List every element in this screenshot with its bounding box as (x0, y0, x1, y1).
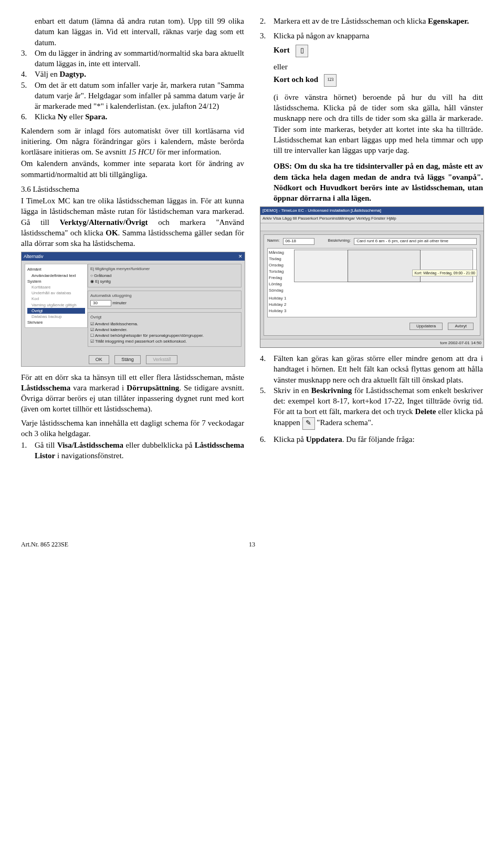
num-4: 4. (21, 69, 35, 79)
para-kalender-2: Om kalendern används, kommer inte separa… (21, 158, 244, 180)
ss2-beskr-input[interactable]: Card runt 6 am - 6 pm, card and pin all … (354, 238, 477, 245)
ss2-namn-label: Namn: (267, 238, 280, 245)
item-r4: Fälten kan göras kan göras större eller … (274, 353, 483, 385)
heading-3-6: 3.6 Låstidsschema (21, 184, 244, 194)
ss1-minutes-input[interactable]: 30 (90, 300, 111, 307)
kortkod-line: Kort och kod 123 (274, 74, 483, 87)
item-b1: Gå till Visa/Låstidsschema eller dubbelk… (35, 440, 244, 461)
ss1-verkstall-button[interactable]: Verkställ (146, 355, 177, 364)
ss1-close-icon[interactable]: ✕ (238, 253, 243, 260)
para-item3-cont: enbart ett datum (lämna då andra rutan t… (35, 16, 244, 48)
kortkod-icon[interactable]: 123 (324, 74, 337, 87)
num-3: 3. (21, 48, 35, 69)
item-r2: Markera ett av de tre Låstidsscheman och… (274, 16, 483, 26)
ss1-chk-passerkort[interactable]: ☑ Tillåt inloggning med passerkort och s… (90, 339, 239, 345)
para-r7: (i övre vänstra hörnet) beroende på hur … (274, 92, 483, 156)
para-obs: OBS: Om du ska ha tre tidsintervaller på… (274, 161, 483, 203)
page-number: 13 (249, 540, 255, 549)
ss1-title: Alternativ✕ (22, 252, 245, 261)
ss1-group-autologout: Automatisk utloggning 30 minuter (88, 291, 242, 309)
num-b1: 1. (21, 440, 35, 461)
ss1-group-ovrigt: Övrigt ☑ Använd låstidsschema. ☑ Använd … (88, 312, 242, 347)
ss1-group-menus: Ej tillgängliga menyer/funktioner ○ Gråt… (88, 264, 242, 287)
num-5: 5. (21, 80, 35, 112)
ss1-radio-ejsynlig[interactable]: ◉ Ej synlig (90, 279, 239, 285)
item-r6: Klicka på Uppdatera. Du får följande frå… (274, 434, 483, 445)
item-r3: Klicka på någon av knapparna (274, 30, 483, 41)
ss1-chk-kalender[interactable]: ☑ Använd kalender. (90, 327, 239, 333)
ss1-radio-gratonad[interactable]: ○ Gråtonad (90, 273, 239, 279)
ss2-title: [DEMO] - TimeLox EC - Unlicensed install… (260, 207, 484, 215)
screenshot-lastidsschema: [DEMO] - TimeLox EC - Unlicensed install… (260, 207, 484, 348)
item-r5: Skriv in en Beskrivning för Låstidsschem… (274, 385, 483, 430)
footer-artnr: Art.Nr. 865 223SE (21, 541, 68, 548)
para-3-6a: I TimeLox MC kan tre olika låstidsschema… (21, 195, 244, 249)
num-r6: 6. (260, 434, 274, 445)
num-r4: 4. (260, 353, 274, 385)
ss2-menu[interactable]: Arkiv Visa Lägg till Passerkort Personin… (260, 215, 484, 223)
ss1-ok-button[interactable]: OK (89, 355, 109, 364)
delete-schema-icon[interactable]: ✎ (302, 417, 315, 430)
item6: Klicka Ny eller Spara. (35, 111, 244, 122)
ss2-namn-input[interactable]: 06-18 (283, 238, 314, 245)
kort-icon[interactable]: ▯ (296, 45, 308, 57)
ss1-stang-button[interactable]: Stäng (114, 355, 141, 364)
eller-label: eller (274, 61, 483, 72)
ss2-statusbar: tom 2002-07-01 14:50 (260, 339, 484, 347)
para-kalender: Kalendern som är inlagd förs automatiskt… (21, 126, 244, 158)
para-dorr: För att en dörr ska ta hänsyn till ett e… (21, 372, 244, 415)
ss2-avbryt-button[interactable]: Avbryt (448, 323, 474, 331)
para-veckodagar: Varje låstidsschema kan innehålla ett da… (21, 418, 244, 439)
ss2-schedule-grid[interactable]: Måndag Tisdag Onsdag Torsdag Fredag Lörd… (267, 248, 477, 317)
num-r3: 3. (260, 30, 274, 41)
item5: Om det är ett datum som infaller varje å… (35, 80, 244, 112)
ss1-tree[interactable]: Allmänt Användardefinierad text System K… (25, 264, 88, 328)
item3b: Om du lägger in ändring av sommartid/nor… (35, 48, 244, 69)
ss1-chk-lastid[interactable]: ☑ Använd låstidsschema. (90, 322, 239, 327)
num-r5: 5. (260, 385, 274, 430)
screenshot-alternativ: Alternativ✕ Allmänt Användardefinierad t… (21, 252, 245, 366)
ss1-chk-behorighet[interactable]: ☐ Använd behörighetsspärr för personalgr… (90, 333, 239, 339)
item4: Välj en Dagtyp. (35, 69, 244, 79)
num-r2: 2. (260, 16, 274, 26)
ss2-tooltip: Kort: Måndag - Fredag, 09:00 - 21:00 (412, 270, 477, 276)
kort-line: Kort ▯ (274, 45, 483, 57)
ss2-uppdatera-button[interactable]: Uppdatera (410, 323, 443, 331)
num-6: 6. (21, 111, 35, 122)
ss2-toolbar[interactable] (260, 223, 484, 231)
ss2-beskr-label: Beskrivning: (328, 238, 351, 245)
